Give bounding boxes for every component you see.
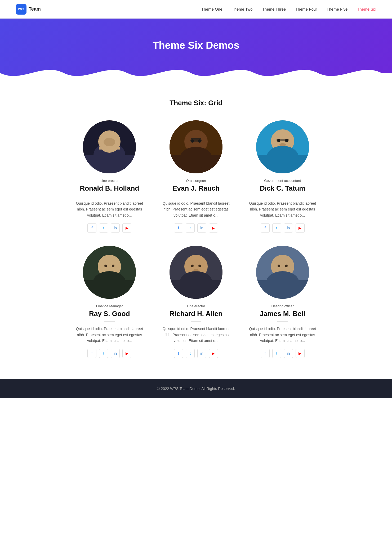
linkedin-link-1[interactable]: in xyxy=(197,223,206,233)
person-bio-4: Quisque id odio. Praesent blandit laoree… xyxy=(158,326,234,344)
team-card-4: Line erector Richard H. Allen Quisque id… xyxy=(158,246,234,358)
svg-point-27 xyxy=(104,265,107,267)
youtube-link-5[interactable]: ▶ xyxy=(296,349,305,358)
nav-theme-six[interactable]: Theme Six xyxy=(357,7,376,11)
svg-point-26 xyxy=(93,271,126,293)
svg-point-4 xyxy=(104,138,115,146)
facebook-link-4[interactable]: f xyxy=(174,349,183,358)
social-links-4: f t in ▶ xyxy=(174,349,218,358)
team-card-2: Government accountant Dick C. Tatum Quis… xyxy=(244,120,320,233)
svg-point-41 xyxy=(285,265,288,267)
hero-section: Theme Six Demos xyxy=(0,19,392,83)
divider-5 xyxy=(277,321,288,322)
person-role-5: Hearing officer xyxy=(271,304,294,308)
brand-name: Team xyxy=(29,6,41,12)
youtube-link-2[interactable]: ▶ xyxy=(296,223,305,233)
social-links-3: f t in ▶ xyxy=(87,349,131,358)
divider-2 xyxy=(277,196,288,196)
svg-point-35 xyxy=(193,269,199,271)
avatar-1 xyxy=(170,120,222,173)
person-bio-2: Quisque id odio. Praesent blandit laoree… xyxy=(244,200,320,218)
twitter-link-3[interactable]: t xyxy=(99,349,108,358)
navbar: WPS Team Theme One Theme Two Theme Three… xyxy=(0,0,392,19)
linkedin-link-2[interactable]: in xyxy=(284,223,293,233)
youtube-link-0[interactable]: ▶ xyxy=(122,223,131,233)
person-name-1: Evan J. Rauch xyxy=(172,184,220,192)
social-links-2: f t in ▶ xyxy=(261,223,305,233)
svg-rect-21 xyxy=(277,139,289,141)
avatar-2 xyxy=(256,120,309,173)
twitter-link-2[interactable]: t xyxy=(272,223,281,233)
person-role-0: Line erector xyxy=(100,179,119,183)
svg-point-18 xyxy=(267,146,299,168)
svg-point-22 xyxy=(279,143,286,146)
twitter-link-1[interactable]: t xyxy=(186,223,195,233)
person-bio-5: Quisque id odio. Praesent blandit laoree… xyxy=(244,326,320,344)
person-role-4: Line erector xyxy=(187,304,205,308)
linkedin-link-3[interactable]: in xyxy=(111,349,120,358)
section-title: Theme Six: Grid xyxy=(72,99,320,107)
social-links-0: f t in ▶ xyxy=(87,223,131,233)
person-role-3: Finance Manager xyxy=(96,304,123,308)
facebook-link-3[interactable]: f xyxy=(87,349,96,358)
avatar-3 xyxy=(83,246,136,299)
linkedin-link-0[interactable]: in xyxy=(111,223,120,233)
youtube-link-1[interactable]: ▶ xyxy=(209,223,218,233)
person-name-0: Ronald B. Holland xyxy=(80,184,139,192)
youtube-link-3[interactable]: ▶ xyxy=(122,349,131,358)
svg-rect-13 xyxy=(190,139,202,142)
nav-theme-four[interactable]: Theme Four xyxy=(295,7,317,11)
twitter-link-4[interactable]: t xyxy=(186,349,195,358)
main-content: Theme Six: Grid Line erector Ronald B. H xyxy=(50,83,342,379)
wave-divider xyxy=(0,62,392,83)
team-grid: Line erector Ronald B. Holland Quisque i… xyxy=(72,120,320,358)
social-links-5: f t in ▶ xyxy=(261,349,305,358)
svg-point-28 xyxy=(112,265,114,267)
team-card-1: Oral surgeon Evan J. Rauch Quisque id od… xyxy=(158,120,234,233)
footer-text: © 2022 WPS Team Demo. All Rights Reserve… xyxy=(157,387,235,391)
person-name-5: James M. Bell xyxy=(260,310,305,318)
linkedin-link-5[interactable]: in xyxy=(284,349,293,358)
svg-point-34 xyxy=(198,265,201,267)
person-role-2: Government accountant xyxy=(264,179,301,183)
facebook-link-0[interactable]: f xyxy=(87,223,96,233)
youtube-link-4[interactable]: ▶ xyxy=(209,349,218,358)
footer: © 2022 WPS Team Demo. All Rights Reserve… xyxy=(0,379,392,398)
nav-theme-one[interactable]: Theme One xyxy=(201,7,222,11)
svg-rect-6 xyxy=(83,155,136,173)
person-name-3: Ray S. Good xyxy=(89,310,130,318)
facebook-link-5[interactable]: f xyxy=(261,349,270,358)
svg-point-32 xyxy=(180,271,212,293)
wps-logo-icon: WPS xyxy=(16,4,26,15)
twitter-link-0[interactable]: t xyxy=(99,223,108,233)
twitter-link-5[interactable]: t xyxy=(272,349,281,358)
brand: WPS Team xyxy=(16,4,41,15)
svg-point-10 xyxy=(180,147,212,168)
person-bio-1: Quisque id odio. Praesent blandit laoree… xyxy=(158,200,234,218)
social-links-1: f t in ▶ xyxy=(174,223,218,233)
nav-theme-three[interactable]: Theme Three xyxy=(262,7,286,11)
avatar-4 xyxy=(170,246,222,299)
svg-point-40 xyxy=(278,265,280,267)
facebook-link-1[interactable]: f xyxy=(174,223,183,233)
svg-point-39 xyxy=(266,271,299,293)
person-role-1: Oral surgeon xyxy=(186,179,206,183)
svg-rect-5 xyxy=(99,147,120,150)
linkedin-link-4[interactable]: in xyxy=(197,349,206,358)
hero-title: Theme Six Demos xyxy=(0,40,392,51)
svg-rect-14 xyxy=(191,138,201,139)
person-bio-0: Quisque id odio. Praesent blandit laoree… xyxy=(72,200,148,218)
team-card-3: Finance Manager Ray S. Good Quisque id o… xyxy=(72,246,148,358)
divider-3 xyxy=(104,321,115,322)
person-name-2: Dick C. Tatum xyxy=(260,184,305,192)
facebook-link-2[interactable]: f xyxy=(261,223,270,233)
person-name-4: Richard H. Allen xyxy=(170,310,222,318)
team-card-5: Hearing officer James M. Bell Quisque id… xyxy=(244,246,320,358)
divider-1 xyxy=(191,196,201,196)
avatar-0 xyxy=(83,120,136,173)
divider-0 xyxy=(104,196,115,196)
nav-theme-five[interactable]: Theme Five xyxy=(327,7,348,11)
team-card-0: Line erector Ronald B. Holland Quisque i… xyxy=(72,120,148,233)
nav-links: Theme One Theme Two Theme Three Theme Fo… xyxy=(201,7,376,12)
nav-theme-two[interactable]: Theme Two xyxy=(232,7,253,11)
